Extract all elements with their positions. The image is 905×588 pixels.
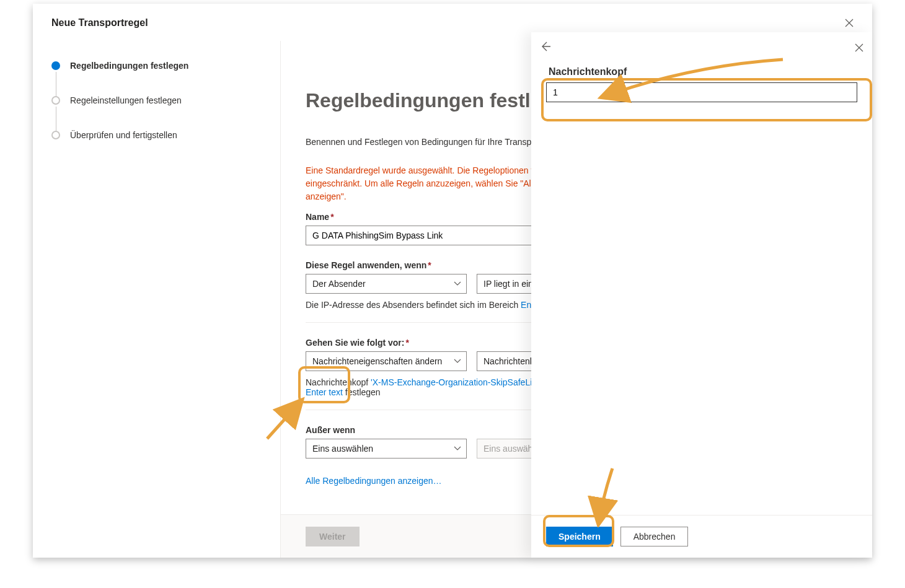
chevron-down-icon [454, 358, 461, 365]
enter-text-link[interactable]: Enter text [306, 387, 343, 397]
summary-suffix: festlegen [343, 387, 381, 397]
except-subject-dropdown[interactable]: Eins auswählen [306, 439, 467, 459]
header-value-flyout: Nachrichtenkopf Speichern Abbrechen [531, 32, 872, 558]
apply-when-label-text: Diese Regel anwenden, wenn [306, 260, 426, 270]
dropdown-value: Der Absender [312, 279, 366, 289]
dropdown-value: Nachrichteneigenschaften ändern [312, 356, 442, 366]
step-bullet-icon [51, 131, 60, 139]
cancel-button[interactable]: Abbrechen [620, 527, 689, 546]
flyout-title: Nachrichtenkopf [546, 66, 857, 77]
step-label: Überprüfen und fertigstellen [70, 130, 177, 140]
required-asterisk: * [330, 212, 333, 222]
chevron-down-icon [454, 445, 461, 452]
dialog-window: Neue Transportregel Regelbedingungen fes… [33, 4, 872, 558]
action-category-dropdown[interactable]: Nachrichteneigenschaften ändern [306, 351, 467, 371]
step-label: Regeleinstellungen festlegen [70, 95, 182, 105]
step-bullet-icon [51, 96, 60, 105]
flyout-close-icon[interactable] [855, 43, 863, 52]
name-label-text: Name [306, 212, 329, 222]
flyout-footer: Speichern Abbrechen [531, 515, 872, 558]
window-title: Neue Transportregel [51, 17, 148, 29]
wizard-step-settings[interactable]: Regeleinstellungen festlegen [51, 95, 268, 105]
next-button: Weiter [306, 527, 360, 546]
chevron-down-icon [454, 280, 461, 287]
show-all-conditions-link[interactable]: Alle Regelbedingungen anzeigen… [306, 476, 442, 486]
save-button[interactable]: Speichern [546, 527, 613, 546]
do-following-label-text: Gehen Sie wie folgt vor: [306, 338, 404, 348]
header-value-input[interactable] [546, 82, 857, 102]
wizard-sidebar: Regelbedingungen festlegen Regeleinstell… [33, 41, 281, 558]
wizard-step-review[interactable]: Überprüfen und fertigstellen [51, 130, 268, 140]
step-bullet-icon [51, 61, 60, 70]
wizard-step-conditions[interactable]: Regelbedingungen festlegen [51, 61, 268, 71]
summary-prefix: Die IP-Adresse des Absenders befindet si… [306, 300, 521, 310]
apply-when-subject-dropdown[interactable]: Der Absender [306, 274, 467, 294]
close-icon[interactable] [845, 19, 854, 27]
summary-prefix: Nachrichtenkopf [306, 377, 371, 387]
back-icon[interactable] [540, 41, 551, 54]
step-label: Regelbedingungen festlegen [70, 61, 188, 71]
required-asterisk: * [428, 260, 431, 270]
dropdown-value: Eins auswählen [312, 444, 373, 454]
required-asterisk: * [405, 338, 408, 348]
